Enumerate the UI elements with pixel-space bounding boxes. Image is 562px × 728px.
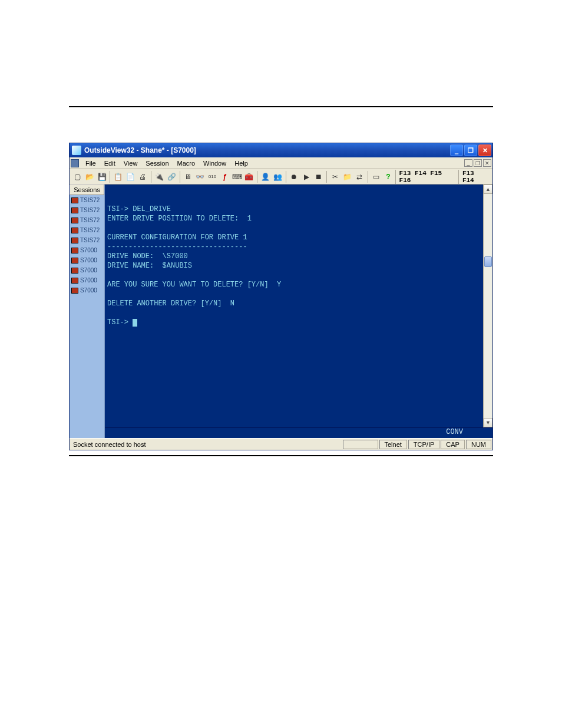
scroll-thumb[interactable] — [484, 256, 492, 267]
terminal-line — [107, 308, 490, 318]
maximize-button[interactable]: ❐ — [464, 144, 477, 156]
session-item[interactable]: S7000 — [70, 245, 104, 255]
transfer-icon[interactable]: ⇄ — [354, 171, 365, 183]
session-label: S7000 — [80, 257, 97, 263]
terminal-session-icon — [71, 278, 78, 284]
paste-icon[interactable]: 📄 — [125, 171, 136, 183]
terminal-session-icon — [71, 248, 78, 253]
toolbar-separator — [368, 171, 368, 183]
session-item[interactable]: S7000 — [70, 275, 104, 285]
session-label: S7000 — [80, 247, 97, 253]
sessions-panel: Sessions TSIS72TSIS72TSIS72TSIS72TSIS72S… — [70, 185, 105, 438]
scroll-up-icon[interactable]: ▲ — [484, 185, 492, 194]
fkey-group-1[interactable]: F13 F14 F15 F16 — [395, 170, 454, 184]
menu-view[interactable]: View — [120, 159, 142, 168]
function-icon[interactable]: ƒ — [219, 171, 230, 183]
status-pane-blank — [343, 440, 378, 449]
sessions-header[interactable]: Sessions — [70, 185, 104, 195]
copy-icon[interactable]: 📋 — [113, 171, 124, 183]
menu-session[interactable]: Session — [141, 159, 173, 168]
terminal-line — [107, 271, 490, 280]
status-message: Socket connected to host — [71, 441, 342, 448]
session-item[interactable]: TSIS72 — [70, 225, 104, 235]
fkey-buttons: F13 F14 F15 F16 F13 F14 — [395, 170, 490, 184]
scroll-track[interactable] — [484, 194, 492, 418]
menu-window[interactable]: Window — [199, 159, 230, 168]
close-button[interactable]: ✕ — [478, 144, 491, 156]
terminal-line: ARE YOU SURE YOU WANT TO DELETE? [Y/N] Y — [107, 280, 490, 289]
terminal-session-icon — [71, 207, 78, 213]
terminal[interactable]: TSI-> DEL_DRIVEENTER DRIVE POSITION TO D… — [105, 185, 492, 427]
stop-icon[interactable]: ⏹ — [313, 171, 325, 183]
terminal-line: TSI-> DEL_DRIVE — [107, 205, 490, 214]
terminal-line: DRIVE NODE: \S7000 — [107, 252, 490, 261]
user1-icon[interactable]: 👤 — [260, 171, 271, 183]
session-label: TSIS72 — [80, 217, 100, 223]
window-buttons: ‗ ❐ ✕ — [450, 144, 491, 156]
mdi-doc-icon[interactable] — [71, 159, 79, 167]
menu-macro[interactable]: Macro — [173, 159, 200, 168]
fkey-group-2[interactable]: F13 F14 — [458, 170, 488, 184]
window-title: OutsideView32 - Shane* - [S7000] — [84, 146, 450, 154]
binary-icon[interactable]: 010 — [207, 171, 218, 183]
cut-icon[interactable]: ✂ — [329, 171, 340, 183]
terminal-session-icon — [71, 218, 78, 223]
folder-icon[interactable]: 📁 — [342, 171, 353, 183]
save-icon[interactable]: 💾 — [97, 171, 108, 183]
scroll-down-icon[interactable]: ▼ — [484, 418, 492, 427]
vertical-scrollbar[interactable]: ▲ ▼ — [483, 185, 492, 427]
mdi-minimize-button[interactable]: ‗ — [464, 159, 472, 167]
page-rule-top — [69, 106, 493, 107]
terminal-status-text: CONV — [446, 428, 463, 436]
toolbar-separator — [110, 171, 110, 183]
session-item[interactable]: S7000 — [70, 265, 104, 275]
menubar: File Edit View Session Macro Window Help… — [70, 157, 492, 169]
terminal-session-icon — [71, 197, 78, 203]
app-icon — [72, 146, 81, 155]
toolbox-icon[interactable]: 🧰 — [244, 171, 255, 183]
status-pane-num: NUM — [466, 440, 491, 449]
main-area: Sessions TSIS72TSIS72TSIS72TSIS72TSIS72S… — [70, 185, 492, 438]
connect-icon[interactable]: 🔌 — [154, 171, 165, 183]
terminal-line: DRIVE NAME: $ANUBIS — [107, 261, 490, 271]
play-icon[interactable]: ▶ — [301, 171, 312, 183]
user2-icon[interactable]: 👥 — [272, 171, 283, 183]
terminal-line: CURRENT CONFIGURATION FOR DRIVE 1 — [107, 233, 490, 242]
session-label: S7000 — [80, 267, 97, 274]
session-item[interactable]: TSIS72 — [70, 205, 104, 215]
minimize-button[interactable]: ‗ — [450, 144, 463, 156]
terminal-session-icon — [71, 268, 78, 274]
print-icon[interactable]: 🖨 — [137, 171, 148, 183]
disconnect-icon[interactable]: 🔗 — [166, 171, 177, 183]
mdi-controls: ‗ ❐ ✕ — [464, 159, 491, 167]
session-item[interactable]: TSIS72 — [70, 215, 104, 225]
terminal-line — [107, 289, 490, 299]
menu-help[interactable]: Help — [230, 159, 252, 168]
session-label: S7000 — [80, 277, 97, 284]
terminal-wrap: TSI-> DEL_DRIVEENTER DRIVE POSITION TO D… — [105, 185, 492, 438]
menu-edit[interactable]: Edit — [100, 159, 120, 168]
session-item[interactable]: TSIS72 — [70, 195, 104, 205]
keypad-icon[interactable]: ⌨ — [232, 171, 243, 183]
titlebar[interactable]: OutsideView32 - Shane* - [S7000] ‗ ❐ ✕ — [70, 143, 492, 157]
terminal-line: --------------------------------- — [107, 242, 490, 252]
mdi-restore-button[interactable]: ❐ — [474, 159, 482, 167]
session-item[interactable]: S7000 — [70, 255, 104, 265]
new-icon[interactable]: ▢ — [72, 171, 83, 183]
record-icon[interactable]: ⏺ — [289, 171, 300, 183]
menu-file[interactable]: File — [81, 159, 100, 168]
app-window: OutsideView32 - Shane* - [S7000] ‗ ❐ ✕ F… — [69, 143, 493, 450]
open-icon[interactable]: 📂 — [84, 171, 95, 183]
terminal-icon[interactable]: 🖥 — [182, 171, 193, 183]
session-label: S7000 — [80, 287, 97, 294]
mdi-close-button[interactable]: ✕ — [483, 159, 491, 167]
toolbar-separator — [151, 171, 151, 183]
help-icon[interactable]: ? — [383, 171, 394, 183]
window-icon[interactable]: ▭ — [371, 171, 382, 183]
session-label: TSIS72 — [80, 227, 100, 233]
session-item[interactable]: TSIS72 — [70, 235, 104, 245]
glasses-icon[interactable]: 👓 — [194, 171, 206, 183]
session-item[interactable]: S7000 — [70, 285, 104, 295]
status-pane-cap: CAP — [441, 440, 465, 449]
terminal-session-icon — [71, 228, 78, 233]
